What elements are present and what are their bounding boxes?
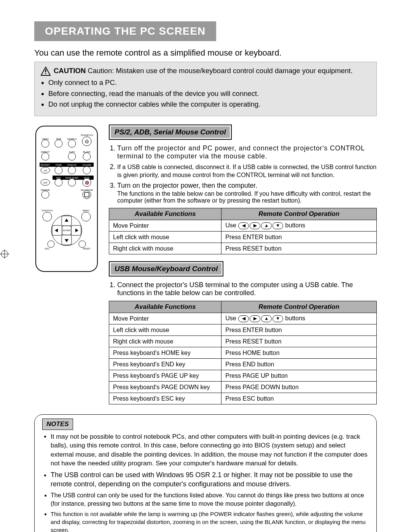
- notes-box: NOTES It may not be possible to control …: [34, 414, 377, 532]
- svg-text:RESET: RESET: [83, 248, 91, 250]
- table-header: Available Functions: [109, 301, 221, 313]
- svg-text:STANDBY/ON: STANDBY/ON: [81, 134, 93, 136]
- svg-point-50: [81, 212, 91, 221]
- svg-text:POSITION: POSITION: [42, 209, 53, 212]
- notes-item: This function is not available while the…: [51, 510, 369, 532]
- section2-heading: USB Mouse/Keyboard Control: [109, 261, 223, 276]
- table-row: Press keyboard's PAGE UP keyPress PAGE U…: [109, 370, 377, 382]
- step-item: Turn on the projector power, then the co…: [117, 182, 377, 204]
- svg-text:OFF: OFF: [43, 182, 48, 184]
- svg-rect-4: [45, 69, 46, 72]
- svg-point-45: [83, 190, 91, 199]
- svg-text:ON: ON: [44, 169, 47, 172]
- table-row: Press keyboard's PAGE DOWN keyPress PAGE…: [109, 382, 377, 393]
- svg-point-44: [41, 191, 49, 198]
- right-arrow-icon: ▶: [250, 222, 260, 229]
- svg-point-39: [68, 179, 76, 186]
- svg-text:MENU: MENU: [83, 209, 89, 212]
- svg-text:⏻: ⏻: [85, 139, 89, 144]
- up-arrow-icon: ▲: [261, 315, 272, 322]
- remote-control-diagram: VIDEO RGB SEARCH STANDBY/ON ⏻ ASPECT AUT…: [34, 125, 99, 273]
- left-arrow-icon: ◀: [238, 315, 249, 322]
- svg-rect-5: [45, 73, 46, 74]
- table-row: Press keyboard's ESC keyPress ESC button: [109, 393, 377, 404]
- svg-point-21: [83, 153, 91, 160]
- table-row: Press keyboard's HOME keyPress HOME butt…: [109, 347, 377, 359]
- section1-heading: PS/2, ADB, Serial Mouse Control: [109, 125, 232, 140]
- down-arrow-icon: ▼: [272, 315, 283, 322]
- section2-table: Available Functions Remote Control Opera…: [109, 301, 377, 404]
- notes-item: The USB control can be used with Windows…: [51, 470, 369, 489]
- svg-point-20: [68, 153, 76, 160]
- svg-text:🔇: 🔇: [85, 181, 89, 185]
- svg-point-12: [55, 140, 62, 147]
- table-header: Remote Control Operation: [221, 301, 377, 313]
- notes-item: It may not be possible to control notebo…: [51, 432, 369, 468]
- svg-text:HOME: HOME: [56, 164, 62, 166]
- crop-mark-left-icon: [0, 249, 9, 259]
- right-arrow-icon: ▶: [250, 315, 260, 322]
- step-item: Connect the projector's USB terminal to …: [117, 281, 377, 297]
- step-item: If a USB cable is connected, disconnect …: [117, 163, 377, 179]
- svg-text:VOLUME: VOLUME: [82, 164, 91, 166]
- svg-point-13: [68, 140, 76, 147]
- svg-point-64: [79, 241, 86, 248]
- svg-text:PAGE UP: PAGE UP: [67, 164, 76, 166]
- step-item: Turn off the projector and PC power, and…: [117, 144, 377, 160]
- table-row: Right click with mousePress RESET button: [109, 336, 377, 347]
- svg-text:ENTER: ENTER: [63, 229, 71, 232]
- svg-point-38: [55, 179, 62, 186]
- table-header: Remote Control Operation: [221, 208, 377, 220]
- section2-steps: Connect the projector's USB terminal to …: [109, 281, 377, 297]
- svg-point-19: [41, 153, 49, 160]
- svg-point-62: [48, 241, 54, 248]
- svg-point-29: [55, 166, 62, 174]
- svg-point-31: [83, 166, 91, 174]
- notes-item: The USB control can only be used for the…: [51, 491, 369, 508]
- warning-icon: [41, 67, 51, 76]
- table-row: Move PointerUse ◀▶▲▼ buttons: [109, 313, 377, 324]
- caution-bullet: Do not unplug the connector cables while…: [48, 99, 370, 110]
- table-row: Left click with mousePress ENTER button: [109, 324, 377, 336]
- caution-label: CAUTION: [54, 67, 86, 75]
- section1-table: Available Functions Remote Control Opera…: [109, 208, 377, 254]
- svg-text:ESC: ESC: [45, 248, 50, 250]
- caution-bullet: Before connecting, read the manuals of t…: [48, 89, 370, 99]
- caution-text: Caution: Mistaken use of the mouse/keybo…: [88, 67, 352, 75]
- intro-text: You can use the remote control as a simp…: [34, 48, 377, 58]
- table-row: Right click with mousePress RESET button: [109, 243, 377, 254]
- table-row: Press keyboard's END keyPress END button: [109, 359, 377, 370]
- svg-point-30: [68, 166, 76, 174]
- table-row: Left click with mousePress ENTER button: [109, 232, 377, 243]
- down-arrow-icon: ▼: [272, 222, 283, 229]
- left-arrow-icon: ◀: [238, 222, 249, 229]
- svg-text:MAGNIFY: MAGNIFY: [40, 164, 50, 166]
- table-header: Available Functions: [109, 208, 221, 220]
- page-title: OPERATING THE PC SCREEN: [34, 21, 216, 41]
- table-row: Move Pointer Use ◀▶▲▼ buttons: [109, 220, 377, 232]
- up-arrow-icon: ▲: [261, 222, 272, 229]
- caution-bullet: Only connect to a PC.: [48, 78, 370, 88]
- caution-box: CAUTION Caution: Mistaken use of the mou…: [34, 62, 377, 116]
- notes-label: NOTES: [42, 419, 73, 430]
- svg-point-49: [43, 212, 52, 221]
- svg-point-11: [41, 140, 49, 147]
- section1-steps: Turn off the projector and PC power, and…: [109, 144, 377, 204]
- caution-bullets: Only connect to a PC. Before connecting,…: [41, 78, 370, 110]
